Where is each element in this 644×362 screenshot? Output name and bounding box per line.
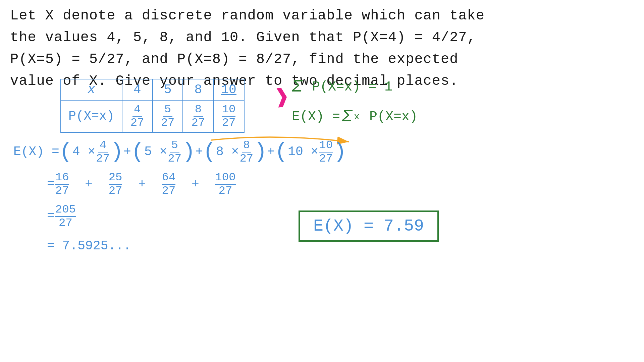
expected-formula-text: E(X) = [292, 109, 340, 124]
probability-table: x 4 5 8 10 P(X=x) 4 27 5 27 8 [60, 79, 245, 133]
term3-a: 8 × [216, 142, 239, 162]
frac-4-27: 4 27 [96, 139, 110, 165]
decimal-result: = 7.5925... [47, 236, 131, 256]
plus-1: + [123, 142, 131, 162]
sigma-sum-line: Σ P(X=x) = 1 [292, 77, 418, 97]
paren-open-2: ( [131, 143, 144, 161]
frac-25-27: 25 27 [109, 171, 122, 197]
table-header-4: 4 [122, 79, 153, 100]
table-row-label: P(X=x) [61, 100, 122, 132]
frac-10-27: 10 27 [319, 139, 333, 165]
frac-100-27: 100 27 [215, 171, 235, 197]
ecx-label: E(X) = [13, 142, 59, 162]
frac-8-27: 8 27 [239, 139, 253, 165]
sigma-subscript: x [354, 112, 360, 122]
term2-a: 5 × [144, 142, 167, 162]
table-header-10: 10 [213, 79, 244, 100]
calculation-area: E(X) = ( 4 × 4 27 ) + ( 5 × 5 27 ) + ( 8… [13, 139, 346, 258]
paren-open-1: ( [59, 143, 72, 161]
expected-formula: E(X) = Σ x P(X=x) [292, 107, 418, 127]
table-header-8: 8 [183, 79, 213, 100]
answer-text: E(X) = 7.59 [313, 217, 424, 236]
problem-line1: Let X denote a discrete random variable … [10, 5, 634, 27]
sigma-sum-annotation: Σ P(X=x) = 1 E(X) = Σ x P(X=x) [292, 77, 418, 127]
plus-2: + [195, 142, 203, 162]
table-val-8: 8 27 [183, 100, 213, 132]
paren-open-4: ( [275, 143, 288, 161]
equals-2: = [47, 174, 55, 194]
paren-close-4: ) [333, 143, 346, 161]
table-val-5: 5 27 [153, 100, 183, 132]
plus-6: + [176, 174, 214, 194]
term1-a: 4 × [72, 142, 95, 162]
sigma-sum-text: P(X=x) = 1 [304, 79, 392, 95]
table-val-4: 4 27 [122, 100, 153, 132]
sigma-symbol-sum: Σ [292, 77, 302, 97]
calc-line-2: = 16 27 + 25 27 + 64 27 + 100 27 [47, 171, 346, 197]
paren-close-1: ) [110, 143, 123, 161]
main-canvas: Let X denote a discrete random variable … [0, 0, 644, 362]
expected-formula-rest: P(X=x) [361, 109, 418, 124]
frac-16-27: 16 27 [55, 171, 69, 197]
paren-close-3: ) [254, 143, 267, 161]
frac-205-27: 205 27 [55, 203, 76, 230]
problem-line3: P(X=5) = 5/27, and P(X=8) = 8/27, find t… [10, 49, 634, 70]
table-val-10: 10 27 [213, 100, 244, 132]
plus-3: + [267, 142, 275, 162]
problem-line2: the values 4, 5, 8, and 10. Given that P… [10, 27, 634, 49]
calc-line-1: E(X) = ( 4 × 4 27 ) + ( 5 × 5 27 ) + ( 8… [13, 139, 346, 165]
answer-box: E(X) = 7.59 [299, 210, 439, 242]
frac-5-27: 5 27 [168, 139, 181, 165]
equals-3: = [47, 206, 55, 227]
frac-64-27: 64 27 [162, 171, 176, 197]
plus-5: + [123, 174, 161, 194]
table-header-5: 5 [153, 79, 183, 100]
sigma-symbol-ex: Σ [342, 107, 352, 127]
paren-close-2: ) [182, 143, 195, 161]
paren-open-3: ( [203, 143, 216, 161]
pink-marker-icon: ❱ [274, 82, 290, 112]
plus-4: + [70, 174, 108, 194]
table-header-x: x [61, 79, 122, 100]
term4-a: 10 × [288, 142, 318, 162]
